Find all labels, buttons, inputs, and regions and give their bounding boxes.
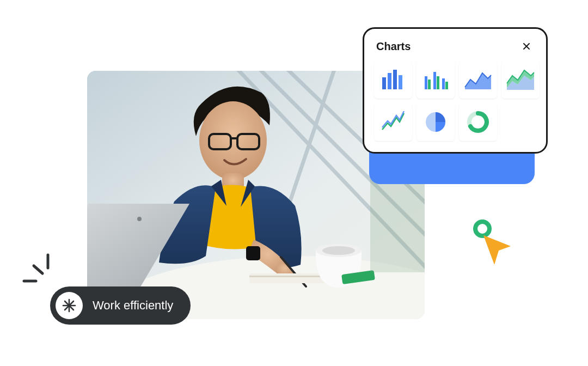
asterisk-icon [56, 292, 83, 319]
svg-rect-34 [428, 80, 431, 89]
donut-chart-icon[interactable] [459, 103, 497, 141]
charts-panel-title: Charts [376, 40, 411, 53]
charts-grid [374, 60, 536, 141]
svg-point-15 [137, 217, 142, 221]
svg-rect-30 [388, 73, 391, 89]
svg-point-41 [475, 222, 489, 236]
cursor-decoration [470, 217, 519, 271]
svg-rect-36 [437, 76, 439, 89]
pie-chart-icon[interactable] [416, 103, 455, 141]
svg-rect-32 [399, 75, 402, 89]
svg-rect-35 [433, 72, 436, 89]
area-chart-icon[interactable] [459, 60, 497, 99]
svg-rect-31 [393, 70, 397, 89]
spark-decoration [21, 252, 59, 290]
bar-chart-icon[interactable] [374, 60, 412, 99]
stacked-area-chart-icon[interactable] [501, 60, 540, 99]
svg-rect-37 [442, 78, 445, 89]
svg-rect-13 [249, 273, 331, 283]
svg-point-17 [322, 246, 355, 255]
line-chart-icon[interactable] [374, 103, 412, 141]
pill-label: Work efficiently [93, 298, 173, 313]
svg-line-21 [34, 266, 42, 273]
charts-panel: Charts [363, 27, 548, 154]
svg-rect-11 [246, 246, 260, 260]
close-icon[interactable] [519, 39, 534, 54]
column-chart-icon[interactable] [416, 60, 455, 99]
svg-rect-29 [382, 77, 386, 89]
svg-rect-38 [445, 82, 448, 89]
svg-rect-33 [425, 76, 427, 89]
charts-panel-header: Charts [374, 36, 536, 60]
work-efficiently-pill: Work efficiently [50, 286, 191, 325]
svg-rect-14 [249, 276, 331, 277]
